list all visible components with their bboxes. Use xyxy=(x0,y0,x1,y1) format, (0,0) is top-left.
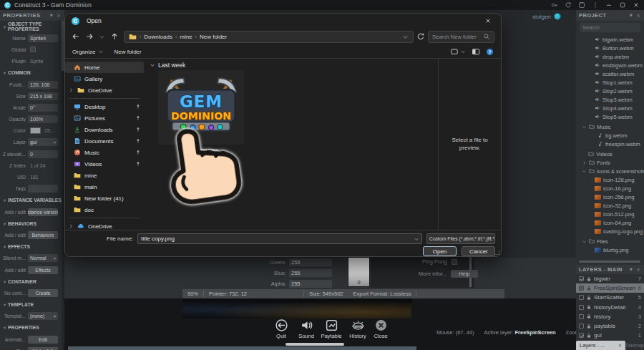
layer-row-historydetail[interactable]: historyDetail4 xyxy=(576,303,644,312)
dialog-search-input[interactable] xyxy=(432,34,483,40)
color-swatch[interactable] xyxy=(30,127,41,134)
breadcrumb-mine[interactable]: mine xyxy=(180,34,192,40)
create-container-button[interactable]: Create xyxy=(28,289,58,297)
maximize-button[interactable] xyxy=(619,1,626,9)
position-input[interactable]: 120, 108 xyxy=(28,81,58,89)
layer-row-startscatter[interactable]: StartScatter5 xyxy=(576,293,644,302)
chevron-right-icon[interactable] xyxy=(68,87,74,94)
dialog-search-box[interactable] xyxy=(428,31,494,43)
nav-item-main[interactable]: main xyxy=(65,181,144,193)
nav-item-documents[interactable]: Documents xyxy=(65,135,144,147)
project-image-item[interactable]: icon-512.png xyxy=(576,210,644,218)
nav-item-pictures[interactable]: Pictures xyxy=(65,112,144,124)
edit-animations-button[interactable]: Edit xyxy=(28,336,58,344)
layer-row-paytable[interactable]: paytable2 xyxy=(576,321,644,331)
size-input[interactable]: 215 x 198 xyxy=(28,92,58,100)
project-image-item[interactable]: loading-logo.png xyxy=(576,227,644,235)
menu-kebab-icon[interactable] xyxy=(592,1,599,9)
global-checkbox[interactable] xyxy=(30,47,36,52)
layer-visible-checkbox[interactable] xyxy=(579,295,584,300)
project-music-item[interactable]: freespin.webm xyxy=(576,140,644,148)
back-button[interactable] xyxy=(72,32,80,41)
make-1-1-button[interactable]: Make 1:1 xyxy=(28,347,58,350)
angle-input[interactable]: 0° xyxy=(28,104,58,112)
help-icon[interactable] xyxy=(486,48,494,56)
section-behaviors[interactable]: ▾BEHAVIORS xyxy=(0,218,64,229)
close-panel-icon[interactable] xyxy=(56,13,62,19)
blend-mode-select[interactable]: Normal▾ xyxy=(28,254,58,262)
section-effects[interactable]: ▾EFFECTS xyxy=(0,241,64,253)
layer-row-history[interactable]: history3 xyxy=(576,312,644,321)
project-folder-files[interactable]: Files xyxy=(576,237,644,246)
layer-visible-checkbox[interactable] xyxy=(579,314,584,319)
close-window-button[interactable] xyxy=(633,1,640,9)
effects-button[interactable]: Effects xyxy=(28,266,58,274)
section-common[interactable]: ▾COMMON xyxy=(0,67,64,79)
opacity-input[interactable]: 100% xyxy=(28,115,58,123)
more-info-link[interactable]: More infor... xyxy=(419,271,447,277)
game-history-button[interactable]: History xyxy=(345,319,371,339)
pin-panel-icon[interactable] xyxy=(48,13,54,19)
project-audio-item[interactable]: scatter.webm xyxy=(576,69,644,78)
game-sound-button[interactable]: Sound xyxy=(293,319,319,339)
animation-frame-thumbnail[interactable]: 0 xyxy=(348,257,370,287)
open-button[interactable]: Open xyxy=(423,246,457,256)
project-audio-item[interactable]: Stop4.webm xyxy=(576,104,644,112)
breadcrumb[interactable]: › Downloads › mine › New folder xyxy=(124,31,414,43)
project-audio-item[interactable]: Stop1.webm xyxy=(576,78,644,87)
z-elevation-input[interactable]: 0 xyxy=(28,150,58,158)
nav-item-music[interactable]: Music xyxy=(65,147,144,158)
tab-layers[interactable]: Layers - ...× xyxy=(576,341,625,350)
green-input[interactable]: 255 xyxy=(289,258,332,266)
new-folder-button[interactable]: New folder xyxy=(114,49,141,55)
project-music-item[interactable]: bg.webm xyxy=(576,131,644,140)
project-image-item[interactable]: icon-256.png xyxy=(576,193,644,201)
section-object-type-properties[interactable]: ▾OBJECT TYPE PROPERTIES xyxy=(0,21,64,32)
section-template[interactable]: ▾TEMPLATE xyxy=(0,299,64,311)
layer-visible-checkbox[interactable] xyxy=(579,286,584,291)
project-audio-item[interactable]: Stop2.webm xyxy=(576,87,644,95)
lock-icon[interactable] xyxy=(586,324,592,329)
pin-panel-icon[interactable] xyxy=(628,13,633,19)
dialog-resize-grip[interactable] xyxy=(494,250,499,255)
forward-button[interactable] xyxy=(85,32,94,41)
dialog-close-button[interactable] xyxy=(478,14,498,27)
project-audio-item[interactable]: drop.webm xyxy=(576,52,644,61)
project-folder-fonts[interactable]: Fonts xyxy=(576,158,644,167)
project-image-item[interactable]: icon-64.png xyxy=(576,218,644,227)
layer-visible-checkbox[interactable] xyxy=(579,324,584,329)
blue-input[interactable]: 255 xyxy=(289,269,332,277)
nav-item-home[interactable]: Home xyxy=(65,62,144,73)
chevron-right-icon[interactable] xyxy=(68,223,74,230)
tab-tilemap[interactable]: Tilemap xyxy=(625,341,644,350)
recent-locations-chevron[interactable] xyxy=(99,34,105,40)
name-input[interactable]: Sprite4 xyxy=(28,34,58,42)
project-search[interactable] xyxy=(580,23,640,32)
project-audio-item[interactable]: Stop5.webm xyxy=(576,112,644,121)
key-icon[interactable] xyxy=(551,1,558,9)
breadcrumb-downloads[interactable]: Downloads xyxy=(144,34,172,40)
nav-item-gallery[interactable]: Gallery xyxy=(65,73,144,84)
tags-input[interactable] xyxy=(28,185,58,193)
layer-visible-checkbox[interactable] xyxy=(579,276,584,281)
project-folder-music[interactable]: Music xyxy=(576,122,644,131)
ping-pong-checkbox[interactable] xyxy=(452,259,457,265)
address-dropdown-chevron[interactable] xyxy=(402,34,409,40)
lock-icon[interactable] xyxy=(586,295,592,301)
layer-select[interactable]: gui▾ xyxy=(28,138,58,146)
user-account-badge[interactable]: slotgen xyxy=(532,13,561,20)
lock-icon[interactable] xyxy=(586,313,592,319)
close-panel-icon[interactable] xyxy=(635,267,641,273)
project-audio-item[interactable]: endbigwin.webm xyxy=(576,61,644,69)
view-mode-button[interactable] xyxy=(450,47,466,56)
nav-item-onedrive-bottom[interactable]: OneDrive xyxy=(65,220,144,230)
project-audio-item[interactable]: Stop3.webm xyxy=(576,95,644,104)
project-folder-videos[interactable]: Videos xyxy=(576,150,644,158)
section-properties[interactable]: ▾PROPERTIES xyxy=(0,322,64,334)
project-search-input[interactable] xyxy=(582,24,638,31)
update-icon[interactable] xyxy=(565,1,572,9)
nav-item-doc[interactable]: doc xyxy=(65,204,144,215)
layer-row-freespinscreen[interactable]: FreeSpinScreen6 xyxy=(576,283,644,293)
close-tab-icon[interactable]: × xyxy=(618,342,621,349)
lock-icon[interactable] xyxy=(586,304,592,310)
